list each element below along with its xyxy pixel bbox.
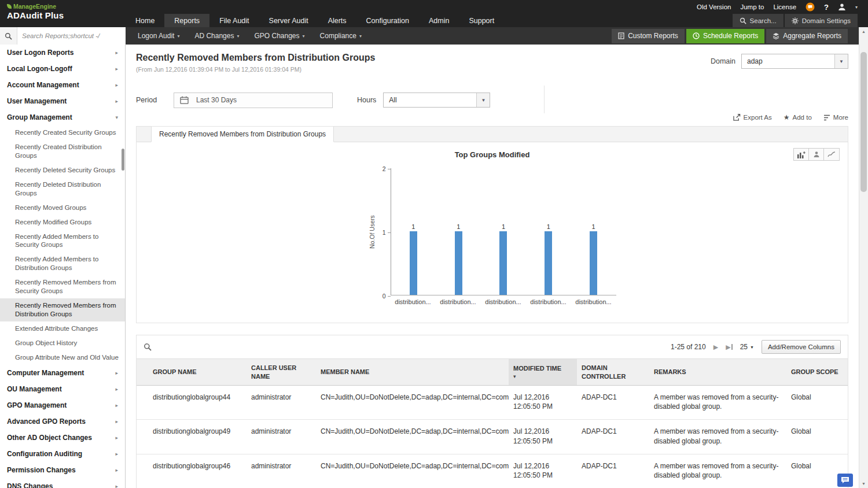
utility-link-license[interactable]: License	[773, 3, 796, 10]
aggregate-reports-button[interactable]: Aggregate Reports	[766, 29, 848, 43]
user-chart-icon[interactable]	[809, 149, 824, 160]
schedule-reports-button[interactable]: Schedule Reports	[686, 29, 764, 43]
table-row[interactable]: distributionglobalgroup49administratorCN…	[137, 420, 848, 454]
sidebar-item-recently-deleted-security-groups[interactable]: Recently Deleted Security Groups	[0, 163, 125, 178]
bar[interactable]	[590, 231, 597, 295]
page-size-select[interactable]: 25 ▼	[740, 343, 754, 351]
add-to-button[interactable]: ★ Add to	[784, 113, 812, 121]
nav-alerts[interactable]: Alerts	[318, 14, 356, 27]
user-avatar-icon[interactable]	[838, 3, 846, 11]
domain-settings-button[interactable]: Domain Settings	[785, 14, 858, 27]
menu-ad-changes[interactable]: AD Changes▾	[187, 27, 247, 45]
header-buttons: Search... Domain Settings	[733, 14, 858, 27]
menu-logon-audit[interactable]: Logon Audit▾	[130, 27, 187, 45]
sidebar-group-ou-management[interactable]: OU Management▸	[0, 381, 125, 397]
scroll-up-icon[interactable]: ▲	[859, 29, 868, 34]
bar[interactable]	[499, 231, 507, 295]
sidebar-scrollbar-thumb[interactable]	[122, 149, 124, 171]
y-tick: 2	[382, 165, 391, 172]
next-page-button[interactable]: ▶	[713, 343, 718, 351]
sidebar-group-permission-changes[interactable]: Permission Changes▸	[0, 462, 125, 478]
domain-label: Domain	[711, 57, 735, 65]
sidebar-group-label: Other AD Object Changes	[7, 434, 92, 442]
period-input[interactable]: Last 30 Days	[174, 93, 333, 108]
scrollbar-thumb[interactable]	[860, 52, 867, 192]
sidebar-group-advanced-gpo-reports[interactable]: Advanced GPO Reports▸	[0, 413, 125, 430]
column-header-group-scope[interactable]: GROUP SCOPE	[786, 359, 848, 386]
sidebar-item-recently-added-members-to-distribution-groups[interactable]: Recently Added Members to Distribution G…	[0, 252, 125, 275]
calendar-icon[interactable]	[174, 96, 194, 104]
sidebar-group-user-management[interactable]: User Management▸	[0, 93, 125, 109]
sidebar-group-computer-management[interactable]: Computer Management▸	[0, 365, 125, 381]
divider	[544, 86, 545, 113]
nav-configuration[interactable]: Configuration	[356, 14, 419, 27]
column-header-remarks[interactable]: REMARKS	[649, 359, 786, 386]
page-scrollbar[interactable]: ▲ ▼	[859, 27, 868, 488]
chevron-down-icon[interactable]: ▾	[855, 5, 858, 10]
last-page-button[interactable]: ▶	[726, 343, 732, 351]
nav-server-audit[interactable]: Server Audit	[259, 14, 318, 27]
table-search-icon[interactable]	[144, 343, 152, 351]
menu-gpo-changes[interactable]: GPO Changes▾	[247, 27, 312, 45]
report-search-input[interactable]	[17, 27, 126, 45]
sidebar-group-gpo-management[interactable]: GPO Management▸	[0, 397, 125, 413]
sidebar-group-label: Group Management	[7, 113, 72, 121]
export-as-button[interactable]: Export As	[733, 114, 772, 121]
nav-reports[interactable]: Reports	[164, 14, 209, 27]
tab-recently-removed-members[interactable]: Recently Removed Members from Distributi…	[151, 127, 334, 142]
report-date-range: (From Jun 12,2016 01:39:04 PM to Jul 12,…	[136, 66, 375, 73]
column-header-group-name[interactable]: GROUP NAME	[137, 359, 247, 386]
sidebar-item-group-attribute-new-and-old-value[interactable]: Group Attribute New and Old Value	[0, 350, 125, 365]
bar-chart-icon[interactable]	[794, 149, 809, 160]
community-icon[interactable]	[806, 2, 815, 12]
column-header-caller-user-name[interactable]: CALLER USER NAME	[247, 359, 316, 386]
bar[interactable]	[545, 231, 552, 295]
sidebar-item-recently-removed-members-from-distribution-groups[interactable]: Recently Removed Members from Distributi…	[0, 298, 125, 321]
utility-link-old-version[interactable]: Old Version	[697, 3, 731, 10]
sidebar-group-account-management[interactable]: Account Management▸	[0, 77, 125, 93]
nav-file-audit[interactable]: File Audit	[209, 14, 259, 27]
bar[interactable]	[410, 231, 417, 295]
column-header-member-name[interactable]: MEMBER NAME	[316, 359, 509, 386]
sidebar-group-group-management[interactable]: Group Management▾	[0, 109, 125, 125]
sidebar-group-other-ad-object-changes[interactable]: Other AD Object Changes▸	[0, 430, 125, 446]
nav-support[interactable]: Support	[459, 14, 504, 27]
nav-admin[interactable]: Admin	[419, 14, 459, 27]
custom-reports-button[interactable]: Custom Reports	[612, 29, 685, 43]
table-row[interactable]: distributionglobalgroup44administratorCN…	[137, 386, 848, 420]
bar[interactable]	[455, 231, 462, 295]
manageengine-logo: ManageEngine	[7, 3, 126, 10]
report-search-icon-button[interactable]	[0, 27, 17, 45]
nav-home[interactable]: Home	[126, 14, 164, 27]
sidebar-group-dns-changes[interactable]: DNS Changes▸	[0, 478, 125, 488]
filter-row: Period Last 30 Days Hours All ▼	[136, 91, 848, 109]
search-button[interactable]: Search...	[733, 14, 784, 27]
scroll-down-icon[interactable]: ▼	[859, 482, 868, 486]
utility-link-jump-to[interactable]: Jump to	[740, 3, 764, 10]
column-header-modified-time[interactable]: MODIFIED TIME▾	[509, 359, 577, 386]
domain-select[interactable]: adap ▼	[741, 54, 848, 69]
sidebar-item-recently-modified-groups[interactable]: Recently Modified Groups	[0, 215, 125, 230]
hours-select[interactable]: All ▼	[383, 93, 490, 108]
top-utility-links: Old VersionJump toLicense	[697, 3, 796, 10]
sidebar-item-recently-created-distribution-groups[interactable]: Recently Created Distribution Groups	[0, 140, 125, 163]
sidebar-group-configuration-auditing[interactable]: Configuration Auditing▸	[0, 446, 125, 462]
sidebar-item-group-object-history[interactable]: Group Object History	[0, 336, 125, 350]
sidebar-item-recently-moved-groups[interactable]: Recently Moved Groups	[0, 201, 125, 215]
more-button[interactable]: More	[823, 114, 848, 121]
sidebar-group-label: User Logon Reports	[7, 49, 73, 57]
chat-feedback-button[interactable]	[837, 474, 853, 487]
sidebar-item-recently-removed-members-from-security-groups[interactable]: Recently Removed Members from Security G…	[0, 275, 125, 298]
sidebar-item-recently-deleted-distribution-groups[interactable]: Recently Deleted Distribution Groups	[0, 178, 125, 201]
sidebar-group-local-logon-logoff[interactable]: Local Logon-Logoff▸	[0, 61, 125, 77]
sidebar-item-recently-added-members-to-security-groups[interactable]: Recently Added Members to Security Group…	[0, 230, 125, 253]
sidebar-group-user-logon-reports[interactable]: User Logon Reports▸	[0, 45, 125, 61]
column-header-domain-controller[interactable]: DOMAIN CONTROLLER	[577, 359, 649, 386]
sidebar-item-recently-created-security-groups[interactable]: Recently Created Security Groups	[0, 125, 125, 140]
help-icon[interactable]: ?	[824, 3, 829, 12]
add-remove-columns-button[interactable]: Add/Remove Columns	[762, 340, 841, 354]
menu-compliance[interactable]: Compliance▾	[312, 27, 369, 45]
table-row[interactable]: distributionglobalgroup46administratorCN…	[137, 454, 848, 488]
sidebar-item-extended-attribute-changes[interactable]: Extended Attribute Changes	[0, 321, 125, 336]
line-chart-icon[interactable]	[824, 149, 839, 160]
